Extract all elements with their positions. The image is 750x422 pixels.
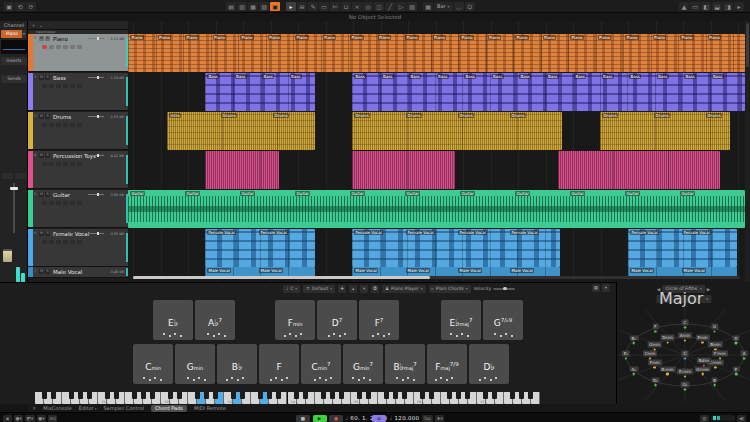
automation-icon[interactable] <box>77 45 82 49</box>
black-key-31[interactable] <box>321 392 326 399</box>
black-key-32[interactable] <box>330 392 335 399</box>
clip-bass[interactable]: BassBassBassBass <box>205 73 315 111</box>
comp-tool[interactable]: ◫ <box>374 2 384 11</box>
vertical-scrollbar[interactable] <box>745 21 750 282</box>
undo-icon[interactable]: ⟲ <box>15 2 25 11</box>
monitor-icon[interactable] <box>49 45 54 49</box>
mute-button[interactable]: M <box>39 269 44 274</box>
lane-icon[interactable] <box>70 201 75 205</box>
black-key-33[interactable] <box>339 392 344 399</box>
chord-pad-Ab7[interactable]: A♭7 <box>195 300 235 340</box>
black-key-18[interactable] <box>204 392 209 399</box>
black-key-43[interactable] <box>429 392 434 399</box>
solo-button[interactable]: S <box>45 269 50 274</box>
channel-pan-handle[interactable] <box>10 187 18 190</box>
freeze-icon[interactable] <box>63 240 68 244</box>
black-key-29[interactable] <box>303 392 308 399</box>
metronome-icon[interactable]: ●▾ <box>37 415 46 422</box>
hub-icon[interactable]: ▣ <box>4 2 14 11</box>
snap-icon[interactable]: ▦ <box>248 2 258 11</box>
clip-bass[interactable]: BassBassBassBassBassBassBassBassBassBass… <box>352 73 745 111</box>
edit-channel-icon[interactable] <box>56 45 61 49</box>
edit-channel-icon[interactable] <box>56 201 61 205</box>
black-key-25[interactable] <box>267 392 272 399</box>
tap-tempo-button[interactable]: Tap <box>422 415 433 422</box>
black-key-22[interactable] <box>240 392 245 399</box>
redo-icon[interactable]: ⟳ <box>26 2 36 11</box>
grid-icon[interactable]: ▦ <box>423 2 433 11</box>
assistant-chord-Fmin[interactable]: Fmin <box>648 360 662 369</box>
transpose-up-icon[interactable]: ▴ <box>349 285 357 293</box>
chord-pad-Gmin7[interactable]: Gmin7 <box>343 344 383 384</box>
track-row-bass[interactable]: 2MSBass-1.29 dB <box>28 73 128 111</box>
freeze-icon[interactable] <box>63 201 68 205</box>
solo-button[interactable]: S <box>45 36 50 41</box>
channel-eq-display[interactable] <box>1 40 27 54</box>
grid-type-select[interactable]: Bar▾ <box>434 2 453 11</box>
track-volume-slider[interactable] <box>88 77 104 78</box>
automation-icon[interactable] <box>77 240 82 244</box>
chord-pad-Gmin[interactable]: Gmin <box>175 344 215 384</box>
record-enable-icon[interactable] <box>42 123 47 127</box>
clip-female-vocal[interactable]: Female VocalFemale VocalFemale VocalFema… <box>352 229 560 267</box>
chord-pad-Bbmaj7[interactable]: B♭maj7 <box>385 344 425 384</box>
channel-inserts-section[interactable]: Inserts <box>1 57 27 65</box>
freeze-icon[interactable] <box>63 162 68 166</box>
black-key-28[interactable] <box>294 392 299 399</box>
cycle-button[interactable]: ⇄ <box>372 415 386 422</box>
assistant-chord-G[interactable]: G <box>711 324 718 333</box>
monitor-icon[interactable] <box>49 240 54 244</box>
black-key-36[interactable] <box>366 392 371 399</box>
vertical-scrollbar-thumb[interactable] <box>746 23 749 67</box>
glue-tool[interactable]: ⊔ <box>341 2 351 11</box>
piano-keyboard[interactable]: C1C2C3C4C5C6C7 <box>35 392 540 404</box>
assistant-chord-Cmin[interactable]: Cmin <box>643 351 657 360</box>
left-zone-icon[interactable]: ◧ <box>701 2 711 11</box>
assistant-chord-Amin[interactable]: Amin <box>678 333 692 342</box>
black-key-42[interactable] <box>420 392 425 399</box>
line-tool[interactable]: ╱ <box>385 2 395 11</box>
play-button[interactable]: ▶ <box>313 415 327 422</box>
snap-type-icon[interactable]: ▧ <box>259 2 269 11</box>
assistant-chord-F[interactable]: F <box>652 324 658 333</box>
record-mode-icon[interactable]: ●▾ <box>14 415 23 422</box>
lane-icon[interactable] <box>70 123 75 127</box>
color-tool[interactable]: ▨ <box>407 2 417 11</box>
assistant-chord-Bbmin[interactable]: B♭min <box>659 366 675 375</box>
chord-pad-Db[interactable]: D♭ <box>469 344 509 384</box>
channel-edit-button[interactable]: e <box>22 30 26 38</box>
voicing-mode-select[interactable]: ▹Plain Chords▾ <box>429 285 471 293</box>
transpose-down-icon[interactable]: ▾ <box>360 285 368 293</box>
assistant-scale-select[interactable]: Major▾ <box>656 295 711 303</box>
chord-pad-F[interactable]: F <box>259 344 299 384</box>
track-volume-slider[interactable] <box>88 233 104 234</box>
chord-pad-Fmaj7b9[interactable]: Fmaj7/9 <box>427 344 467 384</box>
chord-pad-Fmin[interactable]: Fmin <box>275 300 315 340</box>
channel-pan-buttons[interactable] <box>2 173 26 179</box>
tab-chord-pads[interactable]: Chord Pads <box>151 405 187 412</box>
black-key-40[interactable] <box>402 392 407 399</box>
black-key-0[interactable] <box>42 392 47 399</box>
clip-percussion[interactable] <box>205 151 279 189</box>
assistant-chord-Bdim[interactable]: Bdim <box>697 358 711 367</box>
mute-button[interactable]: M <box>39 192 44 197</box>
assistant-chord-Eb[interactable]: E♭ <box>622 351 630 360</box>
edit-channel-icon[interactable] <box>56 162 61 166</box>
object-selection-tool[interactable]: ▸ <box>286 2 296 11</box>
black-key-7[interactable] <box>105 392 110 399</box>
track-row-guitar[interactable]: 5MSGuitar-3.95 dB <box>28 190 128 228</box>
lane-icon[interactable] <box>70 240 75 244</box>
quantize-icon[interactable]: Q <box>465 2 475 11</box>
assistant-chord-Gb[interactable]: G♭ <box>681 382 690 391</box>
zoom-tool[interactable]: ◎ <box>363 2 373 11</box>
assistant-chord-A[interactable]: A <box>741 351 748 360</box>
automation-panel-icon[interactable]: ▤ <box>226 2 236 11</box>
horizontal-scrollbar-thumb[interactable] <box>133 276 430 279</box>
edit-channel-icon[interactable] <box>56 84 61 88</box>
black-key-10[interactable] <box>132 392 137 399</box>
track-volume-slider[interactable] <box>88 155 104 156</box>
black-key-24[interactable] <box>258 392 263 399</box>
clip-drums[interactable]: DrumsDrumsDrums <box>600 112 730 150</box>
add-track-icon[interactable]: ＋ <box>31 22 36 28</box>
assistant-chord-C[interactable]: C <box>681 351 688 360</box>
